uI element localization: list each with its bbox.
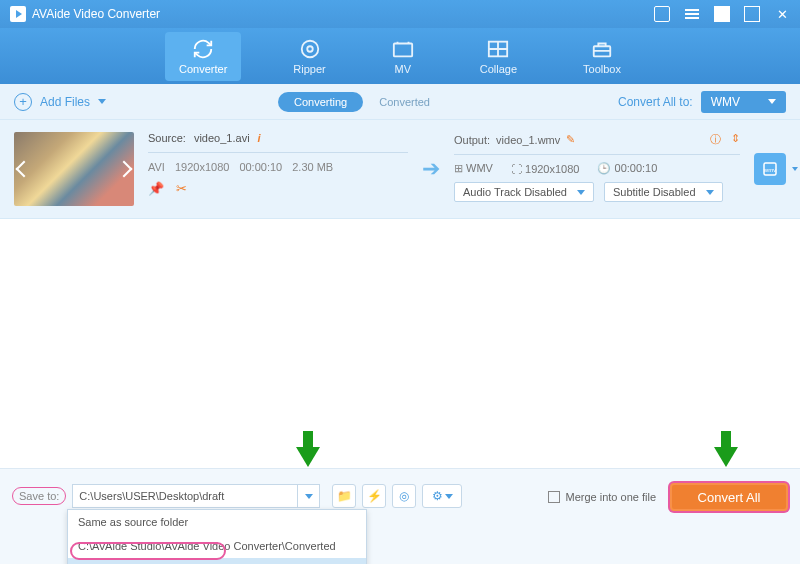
filesize: 2.30 MB bbox=[292, 161, 333, 173]
output-label: Output: bbox=[454, 134, 490, 146]
preset-button[interactable]: wmv bbox=[754, 153, 786, 185]
chevron-down-icon bbox=[577, 190, 585, 195]
open-folder-button[interactable]: 📁 bbox=[332, 484, 356, 508]
svg-point-0 bbox=[301, 40, 318, 57]
output-format-select[interactable]: WMV bbox=[701, 91, 786, 113]
arrow-icon: ➔ bbox=[422, 156, 440, 182]
dd-same-as-source[interactable]: Same as source folder bbox=[68, 510, 366, 534]
clock-icon: 🕒 bbox=[597, 162, 611, 174]
codec: AVI bbox=[148, 161, 165, 173]
audio-track-select[interactable]: Audio Track Disabled bbox=[454, 182, 594, 202]
tab-toolbox[interactable]: Toolbox bbox=[569, 32, 635, 81]
mv-icon bbox=[392, 38, 414, 60]
bottom-tools: 📁 ⚡ ◎ ⚙ bbox=[332, 484, 462, 508]
tab-label: MV bbox=[394, 63, 411, 75]
tab-collage[interactable]: Collage bbox=[466, 32, 531, 81]
tab-label: Collage bbox=[480, 63, 517, 75]
tab-label: Ripper bbox=[293, 63, 325, 75]
subtitle-value: Subtitle Disabled bbox=[613, 186, 696, 198]
add-files-button[interactable]: + Add Files bbox=[14, 93, 106, 111]
chevron-down-icon bbox=[305, 494, 313, 499]
app-title: AVAide Video Converter bbox=[32, 7, 654, 21]
source-meta: AVI 1920x1080 00:00:10 2.30 MB bbox=[148, 161, 408, 173]
tab-converted[interactable]: Converted bbox=[363, 92, 446, 112]
checkbox-icon bbox=[548, 491, 560, 503]
file-item: Source: video_1.avi i AVI 1920x1080 00:0… bbox=[0, 120, 800, 219]
toolbox-icon bbox=[591, 38, 613, 60]
duration: 00:00:10 bbox=[239, 161, 282, 173]
output-filename: video_1.wmv bbox=[496, 134, 560, 146]
tab-ripper[interactable]: Ripper bbox=[279, 32, 339, 81]
bottom-bar: Save to: C:\Users\USER\Desktop\draft 📁 ⚡… bbox=[0, 468, 800, 564]
close-button[interactable] bbox=[774, 6, 790, 22]
info-circle-icon[interactable]: ⓘ bbox=[710, 132, 721, 147]
divider bbox=[454, 154, 740, 155]
dd-browse-folder[interactable]: Browse and Select Folder bbox=[68, 558, 366, 564]
main-toolbar: Converter Ripper MV Collage Toolbox bbox=[0, 28, 800, 84]
path-dropdown-button[interactable] bbox=[297, 485, 319, 507]
window-controls bbox=[654, 6, 790, 22]
annotation-arrow bbox=[296, 447, 320, 467]
resolution: 1920x1080 bbox=[175, 161, 229, 173]
svg-point-1 bbox=[307, 46, 313, 52]
chevron-down-icon bbox=[445, 494, 453, 499]
format-value: WMV bbox=[711, 95, 740, 109]
video-icon: ⊞ bbox=[454, 162, 463, 174]
pin-icon[interactable]: 📌 bbox=[148, 181, 164, 196]
merge-checkbox[interactable]: Merge into one file bbox=[548, 491, 657, 503]
source-label: Source: bbox=[148, 132, 186, 144]
chevron-down-icon bbox=[98, 99, 106, 104]
path-value: C:\Users\USER\Desktop\draft bbox=[79, 490, 224, 502]
hardware-accel-button[interactable]: ⚡ bbox=[362, 484, 386, 508]
converter-icon bbox=[192, 38, 214, 60]
menu-icon[interactable] bbox=[684, 6, 700, 22]
app-logo-icon bbox=[10, 6, 26, 22]
tab-label: Toolbox bbox=[583, 63, 621, 75]
info-icon[interactable]: i bbox=[258, 132, 261, 144]
dd-recent-path[interactable]: C:\AVAide Studio\AVAide Video Converter\… bbox=[68, 534, 366, 558]
video-thumbnail[interactable] bbox=[14, 132, 134, 206]
save-path-dropdown: Same as source folder C:\AVAide Studio\A… bbox=[67, 509, 367, 564]
track-selects: Audio Track Disabled Subtitle Disabled bbox=[454, 182, 740, 202]
convert-all-button[interactable]: Convert All bbox=[670, 483, 788, 511]
plus-icon: + bbox=[14, 93, 32, 111]
add-files-label: Add Files bbox=[40, 95, 90, 109]
source-line: Source: video_1.avi i bbox=[148, 132, 408, 144]
bottom-right: Merge into one file Convert All bbox=[548, 483, 789, 511]
tab-mv[interactable]: MV bbox=[378, 32, 428, 81]
high-speed-button[interactable]: ◎ bbox=[392, 484, 416, 508]
merge-label: Merge into one file bbox=[566, 491, 657, 503]
svg-rect-2 bbox=[394, 43, 412, 56]
status-tabs: Converting Converted bbox=[116, 92, 608, 112]
svg-text:wmv: wmv bbox=[763, 167, 776, 173]
collage-icon bbox=[487, 38, 509, 60]
minimize-button[interactable] bbox=[714, 6, 730, 22]
output-column: Output: video_1.wmv ✎ ⓘ ⇕ ⊞ WMV ⛶ 1920x1… bbox=[454, 132, 740, 206]
sub-toolbar: + Add Files Converting Converted Convert… bbox=[0, 84, 800, 120]
expand-icon: ⛶ bbox=[511, 163, 522, 175]
subtitle-select[interactable]: Subtitle Disabled bbox=[604, 182, 723, 202]
convert-label: Convert All bbox=[698, 490, 761, 505]
annotation-arrow bbox=[714, 447, 738, 467]
tab-label: Converter bbox=[179, 63, 227, 75]
audio-value: Audio Track Disabled bbox=[463, 186, 567, 198]
divider bbox=[148, 152, 408, 153]
chevron-down-icon bbox=[706, 190, 714, 195]
edit-icon[interactable]: ✎ bbox=[566, 133, 575, 146]
source-actions: 📌 ✂ bbox=[148, 181, 408, 196]
tab-converter[interactable]: Converter bbox=[165, 32, 241, 81]
out-resolution: 1920x1080 bbox=[525, 163, 579, 175]
feedback-icon[interactable] bbox=[654, 6, 670, 22]
cut-icon[interactable]: ✂ bbox=[176, 181, 187, 196]
maximize-button[interactable] bbox=[744, 6, 760, 22]
save-to-label: Save to: bbox=[12, 487, 66, 505]
out-duration: 00:00:10 bbox=[615, 162, 658, 174]
compress-icon[interactable]: ⇕ bbox=[731, 132, 740, 147]
tab-converting[interactable]: Converting bbox=[278, 92, 363, 112]
output-line: Output: video_1.wmv ✎ ⓘ ⇕ bbox=[454, 132, 740, 147]
source-column: Source: video_1.avi i AVI 1920x1080 00:0… bbox=[148, 132, 408, 206]
save-path-input[interactable]: C:\Users\USER\Desktop\draft bbox=[72, 484, 320, 508]
output-meta: ⊞ WMV ⛶ 1920x1080 🕒 00:00:10 bbox=[454, 162, 740, 175]
settings-button[interactable]: ⚙ bbox=[422, 484, 462, 508]
chevron-down-icon bbox=[768, 99, 776, 104]
